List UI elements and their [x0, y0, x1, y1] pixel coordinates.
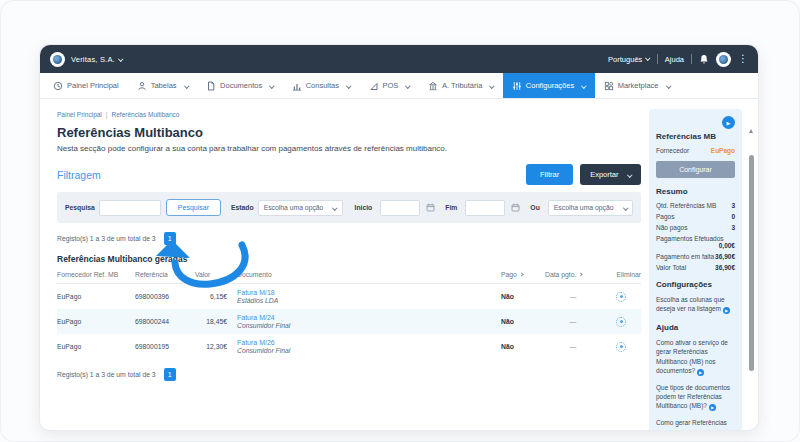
- resumo-title: Resumo: [656, 187, 735, 196]
- calendar-icon[interactable]: [511, 203, 520, 212]
- breadcrumb-item[interactable]: Referências Multibanco: [112, 111, 180, 118]
- sidebar-referencias-mb: ▶ Referências MB Fornecedor EuPago Confi…: [649, 109, 742, 430]
- pesquisar-button[interactable]: Pesquisar: [166, 199, 221, 216]
- chevron-down-icon: [490, 83, 495, 88]
- document-link[interactable]: Fatura M/26: [237, 339, 501, 346]
- vertical-scrollbar: [748, 129, 755, 430]
- cell-documento: Fatura M/24 Consumidor Final: [237, 314, 501, 329]
- nav-item-marketplace[interactable]: Marketplace: [595, 73, 679, 98]
- ou-select[interactable]: Escolha uma opção: [548, 200, 633, 216]
- cell-fornecedor: EuPago: [57, 318, 135, 325]
- avatar[interactable]: [716, 52, 731, 67]
- col-data-pgto-label: Data pgto.: [545, 271, 576, 278]
- help-link[interactable]: Como ativar o serviço de gerar Referênci…: [656, 338, 735, 376]
- help-link[interactable]: Que tipos de documentos podem ter Referê…: [656, 383, 735, 411]
- chevron-down-icon: [269, 83, 274, 88]
- kebab-menu-icon[interactable]: ⋮: [738, 54, 748, 64]
- configurar-button[interactable]: Configurar: [656, 161, 735, 178]
- help-link[interactable]: Ajuda: [665, 55, 684, 64]
- breadcrumb-item[interactable]: Painel Principal: [57, 111, 102, 118]
- app-window: Veritas, S.A. Português Ajuda ⋮ Painel P…: [40, 45, 758, 430]
- nav-item-pos[interactable]: POS: [360, 73, 419, 98]
- sort-icon: [579, 272, 583, 276]
- column-chooser-link[interactable]: Escolha as colunas que deseja ver na lis…: [656, 295, 735, 314]
- date-filters: Início Fim Ou Escolha uma opção: [355, 200, 634, 216]
- ou-value: Escolha uma opção: [554, 204, 614, 211]
- table-row: EuPago 698000396 6,15€ Fatura M/18 Estád…: [57, 284, 641, 309]
- fim-date-input[interactable]: [465, 200, 505, 216]
- exportar-button[interactable]: Exportar: [580, 164, 641, 185]
- scrollbar-thumb[interactable]: [749, 155, 754, 371]
- filtrar-button[interactable]: Filtrar: [526, 164, 573, 185]
- nav-item-documentos[interactable]: Documentos: [197, 73, 283, 98]
- col-pago-sort[interactable]: Pago: [501, 271, 545, 278]
- nav-item-tabelas[interactable]: Tabelas: [128, 73, 197, 98]
- document-entity: Consumidor Final: [237, 322, 501, 329]
- chevron-down-icon: [627, 172, 632, 177]
- page-1-button[interactable]: 1: [164, 232, 176, 245]
- estado-label: Estado: [231, 204, 254, 211]
- resumo-row: Pagos 0: [656, 213, 735, 220]
- nav-item-a-tributaria[interactable]: A. Tributária: [419, 73, 503, 98]
- pagination-summary: Registo(s) 1 a 3 de um total de 3: [57, 235, 156, 242]
- document-entity: Estádios LDA: [237, 297, 501, 304]
- table-title: Referências Multibanco geradas: [57, 254, 641, 264]
- pesquisa-input[interactable]: [99, 200, 161, 216]
- nav-item-consultas[interactable]: Consultas: [283, 73, 360, 98]
- resumo-value: 3: [731, 224, 735, 231]
- ajuda-title: Ajuda: [656, 323, 735, 332]
- resumo-value: 0,00€: [719, 242, 735, 249]
- clock-icon: [53, 81, 63, 91]
- play-icon: ▶: [709, 404, 716, 411]
- col-documento: Documento: [237, 271, 501, 278]
- document-entity: Consumidor Final: [237, 347, 501, 354]
- grid-icon: [604, 81, 614, 91]
- fornecedor-row: Fornecedor EuPago: [656, 147, 735, 154]
- table-header: Fornecedor Ref. MB Referência Valor Docu…: [57, 271, 641, 284]
- link-text: Como ativar o serviço de gerar Referênci…: [656, 339, 728, 373]
- help-link[interactable]: Como gerar Referências Multibanco para d…: [656, 418, 735, 430]
- resumo-row: Qtd. Referências MB 3: [656, 202, 735, 209]
- resumo-row: Pagamento em falta 36,90€: [656, 253, 735, 260]
- delete-target-icon[interactable]: [616, 317, 626, 327]
- cell-pago: Não: [501, 343, 545, 350]
- breadcrumb-separator: |: [106, 111, 108, 118]
- cell-eliminar: [601, 292, 641, 302]
- chevron-down-icon: [406, 83, 411, 88]
- cell-data-pgto: —: [545, 293, 601, 300]
- resumo-label: Pagamentos Efetuados: [656, 235, 735, 242]
- estado-select[interactable]: Escolha uma opção: [258, 200, 343, 216]
- company-logo[interactable]: [50, 52, 65, 67]
- nav-label: POS: [383, 81, 399, 90]
- fornecedor-label: Fornecedor: [656, 147, 711, 154]
- inicio-date-input[interactable]: [380, 200, 420, 216]
- play-icon: ▶: [697, 369, 704, 376]
- cell-eliminar: [601, 342, 641, 352]
- delete-target-icon[interactable]: [616, 292, 626, 302]
- people-icon: [137, 81, 147, 91]
- pagination-top: Registo(s) 1 a 3 de um total de 3 1: [57, 232, 641, 245]
- scroll-up-arrow[interactable]: [749, 129, 753, 133]
- nav-label: Marketplace: [618, 81, 659, 90]
- resumo-row: Pagamentos Efetuados 0,00€: [656, 235, 735, 249]
- nav-item-configuracoes[interactable]: Configurações: [503, 73, 595, 98]
- link-text: Escolha as colunas que deseja ver na lis…: [656, 296, 725, 312]
- resumo-value: 3: [731, 202, 735, 209]
- cell-valor: 6,15€: [195, 293, 237, 300]
- page-1-button[interactable]: 1: [164, 368, 176, 381]
- col-data-pgto-sort[interactable]: Data pgto.: [545, 271, 601, 278]
- notifications-bell-icon[interactable]: [699, 54, 709, 65]
- nav-label: Documentos: [220, 81, 262, 90]
- company-name[interactable]: Veritas, S.A.: [71, 55, 115, 64]
- play-icon[interactable]: ▶: [722, 116, 735, 129]
- calendar-icon[interactable]: [426, 203, 435, 212]
- delete-target-icon[interactable]: [616, 342, 626, 352]
- document-link[interactable]: Fatura M/24: [237, 314, 501, 321]
- nav-label: Tabelas: [151, 81, 177, 90]
- filter-bar: Pesquisa Pesquisar Estado Escolha uma op…: [57, 192, 641, 223]
- chevron-down-icon: [666, 83, 671, 88]
- sort-icon: [519, 272, 523, 276]
- language-selector[interactable]: Português: [608, 55, 650, 64]
- document-link[interactable]: Fatura M/18: [237, 289, 501, 296]
- nav-item-painel-principal[interactable]: Painel Principal: [44, 73, 128, 98]
